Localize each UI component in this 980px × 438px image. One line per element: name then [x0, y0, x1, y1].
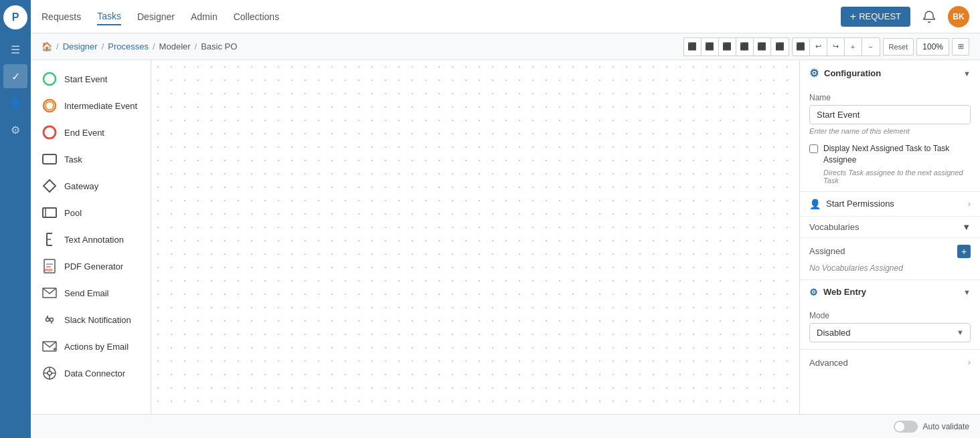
svg-point-12 [50, 318, 54, 322]
config-header[interactable]: ⚙ Configuration ▼ [800, 60, 980, 86]
task-icon [42, 151, 58, 167]
bpmn-palette: Start Event Intermediate Event [31, 60, 151, 414]
web-entry-section: ⚙ Web Entry ▼ Mode Disabled Enabled Secr… [800, 280, 980, 350]
svg-point-11 [46, 318, 50, 322]
vocabularies-section: Vocabularies ▼ Assigned + No Vocabularie… [800, 217, 980, 280]
align-center-btn[interactable]: ⬛ [702, 38, 719, 56]
top-nav: Requests Tasks Designer Admin Collection… [31, 0, 980, 33]
breadcrumb-modeler: Modeler [159, 41, 191, 51]
gateway-icon [42, 178, 58, 194]
align-left-btn[interactable]: ⬛ [684, 38, 702, 56]
checkbox-row: Display Next Assigned Task to Task Assig… [809, 143, 971, 185]
config-body: Name Enter the name of this element Disp… [800, 86, 980, 191]
palette-slack-notification[interactable]: Slack Notification [31, 306, 151, 333]
checkbox-hint: Directs Task assignee to the next assign… [823, 169, 971, 185]
user-avatar[interactable]: BK [948, 6, 969, 27]
palette-text-annotation[interactable]: Text Annotation [31, 226, 151, 253]
grid-btn[interactable]: ⊞ [952, 38, 969, 56]
auto-validate-toggle[interactable] [894, 421, 918, 433]
breadcrumb-processes[interactable]: Processes [108, 41, 149, 51]
redo-btn[interactable]: ↪ [827, 38, 845, 56]
left-sidebar: P ☰ ✓ 👤 ⚙ [0, 0, 31, 438]
actions-email-icon [42, 338, 58, 354]
nav-icon-list[interactable]: ☰ [3, 37, 27, 62]
palette-task[interactable]: Task [31, 146, 151, 173]
text-annotation-icon [42, 231, 58, 247]
distribute-v-btn[interactable]: ⬛ [771, 38, 789, 56]
breadcrumb-home[interactable]: 🏠 [42, 41, 52, 51]
add-btn[interactable]: + [845, 38, 862, 56]
name-input[interactable] [809, 105, 971, 124]
main-content: Requests Tasks Designer Admin Collection… [31, 0, 980, 438]
start-permissions-item[interactable]: 👤 Start Permissions › [800, 192, 980, 217]
svg-text:PDF: PDF [45, 268, 53, 272]
breadcrumb-bar: 🏠 / Designer / Processes / Modeler / Bas… [31, 33, 980, 60]
svg-point-3 [44, 126, 56, 138]
mode-select[interactable]: Disabled Enabled Secret [809, 323, 971, 342]
pdf-generator-icon: PDF [42, 258, 58, 274]
canvas[interactable] [151, 60, 799, 414]
palette-send-email[interactable]: Send Email [31, 280, 151, 306]
align-right-btn[interactable]: ⬛ [719, 38, 736, 56]
nav-collections[interactable]: Collections [234, 9, 279, 25]
nav-icon-settings[interactable]: ⚙ [3, 118, 27, 142]
palette-start-event[interactable]: Start Event [31, 66, 151, 92]
data-connector-icon [42, 365, 58, 381]
vocab-body: Assigned + No Vocabularies Assigned [800, 238, 980, 280]
app-logo[interactable]: P [3, 5, 27, 29]
nav-designer[interactable]: Designer [137, 9, 175, 25]
notifications-icon[interactable] [918, 6, 940, 27]
nav-icon-users[interactable]: 👤 [3, 91, 27, 115]
pool-icon [42, 205, 58, 221]
request-button[interactable]: REQUEST [841, 7, 910, 27]
config-chevron: ▼ [963, 70, 971, 78]
assign-task-checkbox[interactable] [809, 144, 818, 153]
nav-tasks[interactable]: Tasks [97, 8, 121, 25]
web-entry-header[interactable]: ⚙ Web Entry ▼ [800, 280, 980, 304]
palette-pdf-generator[interactable]: PDF PDF Generator [31, 253, 151, 280]
distribute-h-btn[interactable]: ⬛ [754, 38, 771, 56]
breadcrumb-designer[interactable]: Designer [63, 41, 98, 51]
web-entry-body: Mode Disabled Enabled Secret ▼ [800, 304, 980, 349]
bottom-bar: Auto validate [31, 414, 980, 438]
reset-btn[interactable]: Reset [883, 38, 914, 56]
no-vocab-text: No Vocabularies Assigned [809, 263, 971, 273]
nav-links: Requests Tasks Designer Admin Collection… [42, 8, 841, 25]
palette-pool[interactable]: Pool [31, 199, 151, 226]
palette-actions-email[interactable]: Actions by Email [31, 333, 151, 360]
mode-select-wrapper: Disabled Enabled Secret ▼ [809, 323, 971, 342]
zoom-display: 100% [916, 38, 949, 56]
remove-btn[interactable]: − [862, 38, 880, 56]
auto-validate-label: Auto validate [923, 422, 969, 431]
svg-rect-6 [43, 208, 56, 217]
palette-intermediate-event[interactable]: Intermediate Event [31, 92, 151, 119]
nav-icon-tasks[interactable]: ✓ [3, 64, 27, 88]
alignment-toolbar: ⬛ ⬛ ⬛ ⬛ ⬛ ⬛ [683, 37, 789, 56]
pipe-btn[interactable]: ⬛ [793, 38, 810, 56]
right-panel: ⚙ Configuration ▼ Name Enter the name of… [799, 60, 980, 414]
undo-btn[interactable]: ↩ [810, 38, 827, 56]
nav-admin[interactable]: Admin [191, 9, 218, 25]
checkbox-label: Display Next Assigned Task to Task Assig… [823, 143, 971, 166]
end-event-icon [42, 124, 58, 140]
svg-point-2 [46, 102, 54, 110]
breadcrumb-basic-po: Basic PO [201, 41, 237, 51]
svg-point-0 [44, 73, 56, 85]
config-section: ⚙ Configuration ▼ Name Enter the name of… [800, 60, 980, 192]
nav-requests[interactable]: Requests [42, 9, 81, 25]
palette-data-connector[interactable]: Data Connector [31, 360, 151, 387]
web-entry-chevron: ▼ [963, 288, 971, 296]
add-vocab-btn[interactable]: + [957, 245, 971, 258]
send-email-icon [42, 285, 58, 301]
breadcrumb: 🏠 / Designer / Processes / Modeler / Bas… [42, 41, 678, 51]
align-justify-btn[interactable]: ⬛ [736, 38, 754, 56]
nav-actions: REQUEST BK [841, 6, 969, 27]
name-hint: Enter the name of this element [809, 127, 971, 135]
palette-gateway[interactable]: Gateway [31, 173, 151, 199]
advanced-section[interactable]: Advanced › [800, 350, 980, 376]
vocabularies-header[interactable]: Vocabularies ▼ [800, 217, 980, 238]
palette-end-event[interactable]: End Event [31, 119, 151, 146]
svg-point-19 [48, 371, 52, 375]
slack-notification-icon [42, 312, 58, 328]
toggle-knob [895, 422, 904, 431]
